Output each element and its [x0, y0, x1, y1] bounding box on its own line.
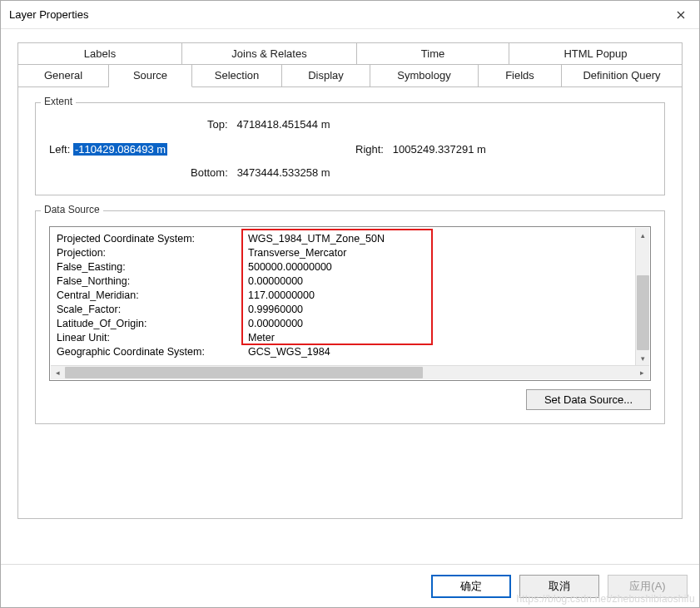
ds-row: Central_Meridian:117.00000000: [57, 289, 643, 303]
extent-left-value[interactable]: -110429.086493 m: [73, 143, 167, 156]
ds-row: Scale_Factor:0.99960000: [57, 303, 643, 317]
tab-general[interactable]: General: [17, 64, 109, 87]
content-area: Labels Joins & Relates Time HTML Popup G…: [1, 29, 699, 564]
data-source-group-label: Data Source: [41, 204, 103, 215]
window-title: Layer Properties: [9, 8, 88, 21]
tab-panel-source: Extent Top: 4718418.451544 m Left: -1104…: [17, 87, 683, 519]
extent-group: Extent Top: 4718418.451544 m Left: -1104…: [35, 102, 665, 195]
tab-joins-relates[interactable]: Joins & Relates: [182, 42, 357, 65]
extent-right-label: Right:: [355, 143, 384, 156]
scroll-thumb[interactable]: [637, 275, 649, 350]
ds-row: Projection:Transverse_Mercator: [57, 246, 643, 260]
scroll-up-icon[interactable]: ▴: [636, 228, 649, 242]
extent-grid: Top: 4718418.451544 m Left: -110429.0864…: [49, 118, 651, 183]
tab-fields[interactable]: Fields: [479, 64, 562, 87]
tab-labels[interactable]: Labels: [17, 42, 182, 65]
tabs: Labels Joins & Relates Time HTML Popup G…: [17, 42, 683, 519]
extent-top-label: Top:: [207, 118, 228, 131]
close-icon[interactable]: [663, 1, 699, 29]
tab-symbology[interactable]: Symbology: [370, 64, 479, 87]
tab-selection[interactable]: Selection: [192, 64, 282, 87]
tab-definition-query[interactable]: Definition Query: [562, 64, 683, 87]
tab-html-popup[interactable]: HTML Popup: [509, 42, 683, 65]
tab-source[interactable]: Source: [109, 64, 192, 87]
extent-bottom-value: 3473444.533258 m: [237, 166, 330, 179]
ds-row: Latitude_Of_Origin:0.00000000: [57, 317, 643, 331]
ds-row: Linear Unit:Meter: [57, 331, 643, 345]
extent-bottom-label: Bottom:: [191, 166, 228, 179]
tab-time[interactable]: Time: [357, 42, 509, 65]
ds-row-gcs: Geographic Coordinate System:GCS_WGS_198…: [57, 345, 643, 359]
scroll-left-icon[interactable]: ◂: [51, 366, 65, 379]
vertical-scrollbar[interactable]: ▴ ▾: [635, 228, 649, 365]
extent-group-label: Extent: [41, 96, 76, 107]
extent-right-value: 1005249.337291 m: [393, 143, 486, 156]
extent-left-label: Left:: [49, 143, 70, 156]
horizontal-scrollbar[interactable]: ◂ ▸: [51, 365, 649, 379]
ds-row: Projected Coordinate System:WGS_1984_UTM…: [57, 232, 643, 246]
tab-display[interactable]: Display: [282, 64, 370, 87]
extent-top-value: 4718418.451544 m: [236, 118, 330, 131]
scroll-down-icon[interactable]: ▾: [636, 351, 649, 365]
cancel-button[interactable]: 取消: [519, 575, 599, 598]
ok-button[interactable]: 确定: [431, 575, 511, 598]
data-source-text[interactable]: Projected Coordinate System:WGS_1984_UTM…: [49, 226, 651, 381]
titlebar: Layer Properties: [1, 1, 699, 29]
dialog-footer: 确定 取消 应用(A): [1, 564, 699, 607]
set-data-source-button[interactable]: Set Data Source...: [526, 389, 651, 410]
ds-row: False_Northing:0.00000000: [57, 274, 643, 289]
scroll-right-icon[interactable]: ▸: [635, 366, 649, 379]
apply-button[interactable]: 应用(A): [608, 575, 688, 598]
data-source-group: Data Source Projected Coordinate System:…: [35, 210, 665, 424]
ds-row: False_Easting:500000.00000000: [57, 260, 643, 274]
hscroll-thumb[interactable]: [65, 367, 423, 378]
